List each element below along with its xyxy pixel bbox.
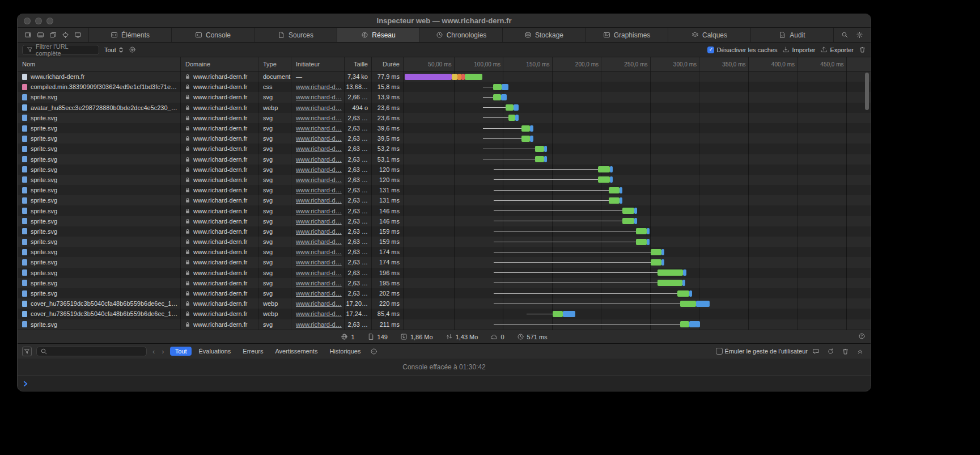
clear-network-trash-icon[interactable] [859,46,866,53]
request-initiator[interactable]: www.richard-d… [296,187,342,193]
request-initiator[interactable]: www.richard-d… [296,166,342,173]
export-button[interactable]: Exporter [820,46,854,53]
request-initiator[interactable]: www.richard-d… [296,94,342,100]
request-initiator[interactable]: www.richard-d… [296,248,342,255]
table-row[interactable]: sprite.svgwww.richard-dern.frsvgwww.rich… [18,288,871,298]
emulate-user-gesture-checkbox[interactable]: Émuler le geste de l'utilisateur [716,348,808,355]
console-scope-historiques[interactable]: Historiques [324,347,366,356]
column-header-initiateur[interactable]: Initiateur [291,57,345,71]
console-filter-icon[interactable] [22,347,32,356]
console-messages-icon[interactable] [812,348,820,355]
request-initiator[interactable]: www.richard-d… [296,83,342,90]
table-row[interactable]: sprite.svgwww.richard-dern.frsvgwww.rich… [18,92,871,102]
dock-side-icon[interactable] [24,31,32,39]
request-initiator[interactable]: www.richard-d… [296,156,342,163]
column-header-nom[interactable]: Nom [18,57,181,71]
request-initiator[interactable]: www.richard-d… [296,269,342,276]
history-forward-icon[interactable]: › [160,347,165,356]
tab-sources[interactable]: Sources [254,28,337,42]
table-row[interactable]: sprite.svgwww.richard-dern.frsvgwww.rich… [18,268,871,278]
console-scope-erreurs[interactable]: Erreurs [237,347,268,356]
table-row[interactable]: cover_hu736519dc3b5040cfa48b6b559b6de6ec… [18,309,871,319]
table-row[interactable]: sprite.svgwww.richard-dern.frsvgwww.rich… [18,185,871,195]
minimize-button[interactable] [35,18,42,24]
table-row[interactable]: cover_hu736519dc3b5040cfa48b6b559b6de6ec… [18,298,871,309]
request-initiator[interactable]: www.richard-d… [296,197,342,204]
request-initiator[interactable]: www.richard-d… [296,310,342,317]
request-initiator[interactable]: www.richard-d… [296,104,342,111]
table-row[interactable]: sprite.svgwww.richard-dern.frsvgwww.rich… [18,154,871,165]
undock-icon[interactable] [49,31,57,39]
type-scope-dropdown[interactable]: Tout [104,47,124,53]
column-header-durée[interactable]: Durée [372,57,404,71]
expand-console-icon[interactable] [856,348,864,355]
tab-console[interactable]: Console [171,28,254,42]
request-initiator[interactable]: www.richard-d… [296,176,342,183]
tab-timelines[interactable]: Chronologies [419,28,502,42]
filter-options-icon[interactable] [129,46,136,53]
table-row[interactable]: sprite.svgwww.richard-dern.frsvgwww.rich… [18,165,871,175]
request-initiator[interactable]: www.richard-d… [296,238,342,245]
request-initiator[interactable]: www.richard-d… [296,135,342,142]
console-prompt[interactable] [18,376,871,391]
table-row[interactable]: sprite.svgwww.richard-dern.frsvgwww.rich… [18,175,871,185]
search-icon[interactable] [841,31,849,39]
table-row[interactable]: sprite.svgwww.richard-dern.frsvgwww.rich… [18,319,871,330]
gear-icon[interactable] [856,31,863,39]
column-header-domaine[interactable]: Domaine [181,57,258,71]
table-row[interactable]: sprite.svgwww.richard-dern.frsvgwww.rich… [18,144,871,154]
table-row[interactable]: sprite.svgwww.richard-dern.frsvgwww.rich… [18,133,871,144]
close-button[interactable] [24,18,31,24]
tab-network[interactable]: Réseau [337,28,419,42]
table-row[interactable]: compiled.min.38390909f303624ed9e1cf1bd3f… [18,82,871,92]
console-scope-tout[interactable]: Tout [170,347,192,356]
import-button[interactable]: Importer [782,46,815,53]
tab-layers[interactable]: Calques [668,28,750,42]
history-back-icon[interactable]: ‹ [151,347,156,356]
vertical-scrollbar-thumb[interactable] [865,73,869,110]
console-search-input[interactable] [36,347,147,356]
table-row[interactable]: sprite.svgwww.richard-dern.frsvgwww.rich… [18,257,871,267]
console-scope-avertissements[interactable]: Avertissements [270,347,323,356]
zoom-button[interactable] [46,18,53,24]
console-scope-évaluations[interactable]: Évaluations [193,347,236,356]
tab-graphics[interactable]: Graphismes [585,28,668,42]
tab-storage[interactable]: Stockage [502,28,585,42]
table-row[interactable]: sprite.svgwww.richard-dern.frsvgwww.rich… [18,113,871,123]
table-row[interactable]: sprite.svgwww.richard-dern.frsvgwww.rich… [18,195,871,205]
request-initiator[interactable]: www.richard-d… [296,145,342,152]
table-row[interactable]: sprite.svgwww.richard-dern.frsvgwww.rich… [18,123,871,133]
table-row[interactable]: avatar_hu85ecc3e298728880b0bde2dcc4e5c23… [18,103,871,113]
help-icon[interactable] [858,332,866,340]
tab-audit[interactable]: Audit [750,28,833,42]
device-settings-icon[interactable] [74,31,82,39]
table-row[interactable]: www.richard-dern.frwww.richard-dern.frdo… [18,71,871,82]
request-initiator[interactable]: www.richard-d… [296,300,342,307]
table-row[interactable]: sprite.svgwww.richard-dern.frsvgwww.rich… [18,205,871,216]
request-initiator[interactable]: www.richard-d… [296,218,342,225]
table-row[interactable]: sprite.svgwww.richard-dern.frsvgwww.rich… [18,216,871,226]
table-row[interactable]: sprite.svgwww.richard-dern.frsvgwww.rich… [18,278,871,288]
tab-elements[interactable]: Éléments [88,28,171,42]
request-initiator[interactable]: www.richard-d… [296,115,342,121]
request-size: 2,63 … [348,248,368,255]
request-initiator[interactable]: www.richard-d… [296,228,342,235]
clear-console-trash-icon[interactable] [842,348,849,355]
url-filter-input[interactable]: Filtrer l'URL complète [22,45,99,55]
request-initiator[interactable]: www.richard-d… [296,125,342,132]
table-row[interactable]: sprite.svgwww.richard-dern.frsvgwww.rich… [18,226,871,237]
column-header-type[interactable]: Type [258,57,291,71]
table-row[interactable]: sprite.svgwww.richard-dern.frsvgwww.rich… [18,237,871,247]
console-more-scopes-icon[interactable] [370,348,377,355]
table-row[interactable]: sprite.svgwww.richard-dern.frsvgwww.rich… [18,247,871,257]
disable-caches-checkbox[interactable]: ✓ Désactiver les caches [707,47,777,53]
column-header-taille[interactable]: Taille [345,57,372,71]
request-initiator[interactable]: www.richard-d… [296,290,342,297]
request-initiator[interactable]: www.richard-d… [296,259,342,266]
dock-bottom-icon[interactable] [37,31,44,39]
request-initiator[interactable]: www.richard-d… [296,208,342,214]
inspect-element-icon[interactable] [62,31,69,39]
request-initiator[interactable]: www.richard-d… [296,321,342,328]
request-initiator[interactable]: www.richard-d… [296,280,342,287]
reload-icon[interactable] [827,348,834,355]
